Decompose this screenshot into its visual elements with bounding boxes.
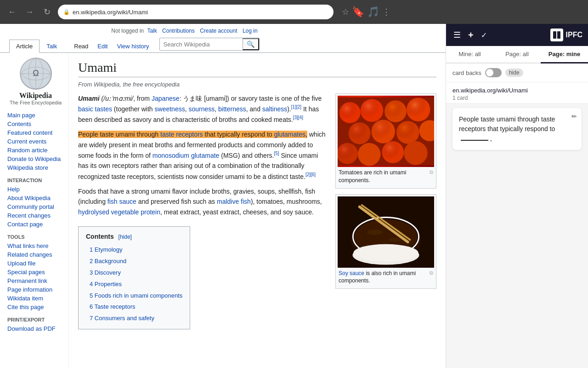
svg-point-12 — [384, 100, 407, 122]
sidebar-item-featured[interactable]: Featured content — [7, 128, 64, 137]
card-backs-toggle[interactable] — [485, 68, 502, 77]
ext-panel-header: ☰ + ✓ IPFC — [446, 24, 588, 46]
contributions-link[interactable]: Contributions — [162, 28, 195, 34]
tab-mine-all[interactable]: Mine: all — [446, 46, 493, 63]
sidebar-item-wikidata[interactable]: Wikidata item — [7, 294, 64, 303]
contents-item-1[interactable]: 1 Etymology — [86, 244, 182, 256]
sidebar-tools: Tools What links here Related changes Up… — [7, 234, 64, 311]
sidebar-item-contact[interactable]: Contact page — [7, 220, 64, 229]
hvp-link[interactable]: hydrolysed vegetable protein — [78, 208, 160, 216]
wiki-body: Ω Wikipedia The Free Encyclopedia Main p… — [0, 53, 446, 368]
contents-item-5[interactable]: 5 Foods rich in umami components — [86, 290, 182, 302]
article-body: Umami (/uːˈmɑːmi/, from Japanese: うま味 [u… — [78, 93, 436, 334]
ext-menu-button[interactable]: ☰ — [452, 29, 463, 41]
action-read[interactable]: Read — [69, 40, 93, 52]
glutamates-link[interactable]: glutamates — [274, 131, 305, 138]
japanese-link[interactable]: Japanese — [152, 95, 180, 102]
sidebar-item-random[interactable]: Random article — [7, 146, 64, 155]
sidebar-print: Print/export Download as PDF — [7, 317, 64, 333]
svg-point-24 — [358, 143, 381, 166]
wiki-search[interactable]: 🔍 — [159, 38, 260, 51]
sidebar-item-download-pdf[interactable]: Download as PDF — [7, 324, 64, 333]
ref-1-2[interactable]: [1][2] — [291, 104, 301, 109]
sidebar-item-cite[interactable]: Cite this page — [7, 303, 64, 311]
contents-hide-link[interactable]: [hide] — [119, 234, 132, 240]
sidebar-item-community[interactable]: Community portal — [7, 202, 64, 211]
ref-5[interactable]: [5] — [274, 151, 279, 156]
msg-link[interactable]: monosodium glutamate — [153, 152, 220, 159]
sidebar-item-what-links[interactable]: What links here — [7, 242, 64, 250]
back-button[interactable]: ← — [6, 7, 18, 17]
ref-3-4[interactable]: [3][4] — [293, 115, 303, 120]
talk-link[interactable]: Talk — [147, 28, 157, 34]
panel-url-section: en.wikipedia.org/wiki/Umami 1 card — [446, 82, 588, 104]
sourness-link[interactable]: sourness — [188, 105, 215, 113]
fish-sauce-link[interactable]: fish sauce — [107, 198, 136, 205]
article-content: Umami From Wikipedia, the free encyclope… — [69, 53, 446, 368]
sidebar-item-permanent-link[interactable]: Permanent link — [7, 276, 64, 285]
tools-section-title: Tools — [7, 234, 64, 240]
tab-page-mine[interactable]: Page: mine — [541, 46, 588, 63]
saltiness-link[interactable]: saltiness — [262, 105, 287, 113]
svg-point-23 — [338, 143, 358, 164]
wikipedia-page: Not logged in Talk Contributions Create … — [0, 24, 446, 368]
taste-receptors-link[interactable]: taste receptors — [160, 131, 203, 138]
sidebar-item-recent-changes[interactable]: Recent changes — [7, 211, 64, 220]
action-edit[interactable]: Edit — [93, 40, 112, 52]
expand-icon[interactable]: ⧉ — [430, 169, 433, 176]
contents-item-7[interactable]: 7 Consumers and safety — [86, 313, 182, 324]
tab-page-all[interactable]: Page: all — [493, 46, 541, 63]
sidebar-item-related-changes[interactable]: Related changes — [7, 250, 64, 259]
sidebar-item-upload-file[interactable]: Upload file — [7, 259, 64, 268]
sidebar-item-current-events[interactable]: Current events — [7, 137, 64, 146]
soysauce-expand-icon[interactable]: ⧉ — [430, 270, 433, 276]
action-view-history[interactable]: View history — [113, 40, 154, 52]
tab-article[interactable]: Article — [9, 40, 40, 53]
chrome-menu-icon[interactable]: ⋮ — [382, 7, 390, 17]
forward-button[interactable]: → — [23, 7, 36, 17]
article-images: ⧉ Tomatoes are rich in umami components. — [335, 93, 436, 334]
sidebar-item-special-pages[interactable]: Special pages — [7, 268, 64, 276]
panel-card-count: 1 card — [452, 95, 582, 101]
reload-button[interactable]: ↻ — [40, 7, 53, 17]
contents-item-2[interactable]: 2 Background — [86, 256, 182, 267]
sidebar-item-contents[interactable]: Contents — [7, 120, 64, 128]
music-icon[interactable]: 🎵 — [367, 6, 379, 18]
svg-text:Ω: Ω — [33, 69, 39, 78]
sweetness-link[interactable]: sweetness — [155, 105, 185, 113]
not-logged-in-text: Not logged in — [111, 28, 144, 34]
sidebar-item-donate[interactable]: Donate to Wikipedia — [7, 155, 64, 163]
bitterness-link[interactable]: bitterness — [218, 105, 246, 113]
search-button[interactable]: 🔍 — [243, 38, 259, 50]
soy-sauce-link[interactable]: Soy sauce — [339, 270, 364, 276]
search-input[interactable] — [160, 39, 243, 50]
address-bar[interactable]: 🔒 en.wikipedia.org/wiki/Umami — [58, 5, 334, 19]
contents-item-6[interactable]: 6 Taste receptors — [86, 301, 182, 313]
contents-box: Contents [hide] 1 Etymology 2 Background… — [78, 226, 190, 329]
basic-tastes-link[interactable]: basic tastes — [78, 105, 112, 113]
sidebar-item-page-info[interactable]: Page information — [7, 285, 64, 294]
svg-point-34 — [353, 244, 418, 261]
bookmark-icon[interactable]: 🔖 — [352, 6, 364, 18]
soysauce-image-box: ⧉ Soy sauce is also rich in umami compon… — [335, 194, 436, 289]
ref-2-6[interactable]: [2][6] — [305, 172, 316, 177]
sidebar-item-store[interactable]: Wikipedia store — [7, 163, 64, 172]
sidebar-item-main-page[interactable]: Main page — [7, 111, 64, 120]
ext-check-button[interactable]: ✓ — [479, 30, 489, 40]
extension-icons: ☆ 🔖 🎵 ⋮ — [342, 6, 390, 18]
ext-panel-icons: ☰ + ✓ — [452, 29, 489, 41]
sidebar-item-about[interactable]: About Wikipedia — [7, 194, 64, 202]
ext-add-button[interactable]: + — [466, 29, 475, 41]
star-icon[interactable]: ☆ — [342, 7, 349, 17]
log-in-link[interactable]: Log in — [243, 28, 258, 34]
main-container: Not logged in Talk Contributions Create … — [0, 24, 588, 368]
tab-talk[interactable]: Talk — [40, 40, 64, 52]
cards-area: ✏ People taste umami through taste recep… — [446, 104, 588, 368]
create-account-link[interactable]: Create account — [200, 28, 237, 34]
hide-button[interactable]: hide — [505, 69, 523, 77]
maldive-fish-link[interactable]: maldive fish — [217, 198, 251, 205]
contents-item-4[interactable]: 4 Properties — [86, 279, 182, 290]
sidebar-item-help[interactable]: Help — [7, 185, 64, 194]
contents-item-3[interactable]: 3 Discovery — [86, 267, 182, 279]
card-edit-button[interactable]: ✏ — [571, 113, 577, 120]
